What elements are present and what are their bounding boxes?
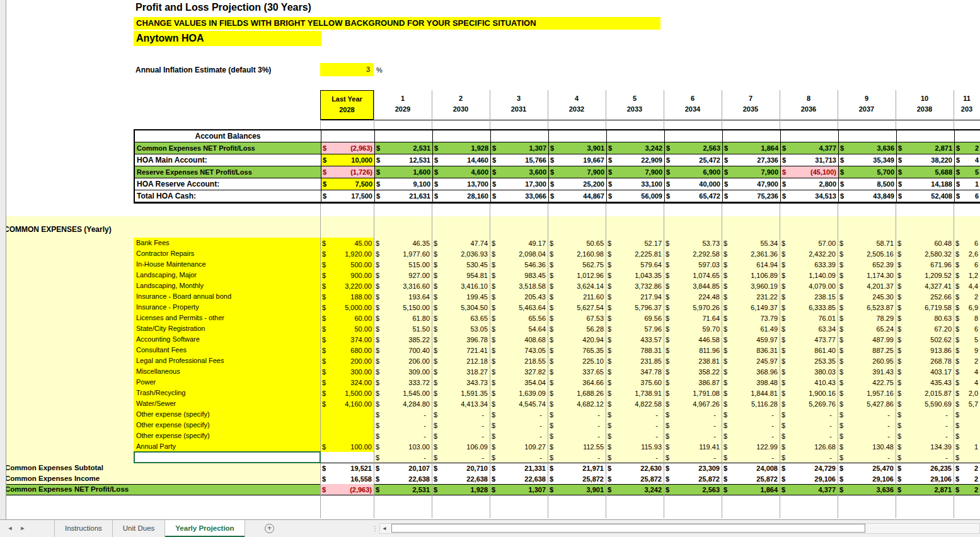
expense-cell[interactable]: $913.86 [896, 345, 954, 355]
expense-cell[interactable]: $3,732.86 [606, 280, 664, 291]
expense-cell[interactable]: $245.30 [838, 291, 896, 302]
expense-cell[interactable]: $- [838, 420, 896, 430]
col-header-lastyear[interactable]: Last Year2028 [320, 90, 374, 120]
summary-label-net[interactable]: Common Expenses NET Profit/Loss [4, 484, 319, 495]
expense-cell[interactable]: $55.34 [722, 238, 780, 248]
account-cell[interactable]: $2,563 [665, 142, 723, 154]
account-cell[interactable] [723, 130, 781, 142]
expense-cell[interactable]: $398.48 [722, 377, 780, 388]
expense-cell[interactable]: $2,098.04 [490, 248, 548, 259]
expense-cell[interactable]: $743.05 [490, 345, 548, 355]
expense-cell[interactable]: $193.64 [374, 291, 432, 302]
expense-cell[interactable]: $52.17 [606, 238, 664, 248]
expense-cell[interactable]: $59.70 [664, 323, 722, 334]
expense-cell[interactable]: $5,304.50 [432, 302, 490, 313]
subtotal-lastyear-cell[interactable]: $19,521 [321, 463, 374, 473]
expense-cell[interactable]: $47.74 [432, 238, 490, 248]
expense-cell[interactable]: $- [432, 409, 490, 420]
account-cell[interactable]: $2,871 [897, 142, 955, 154]
expense-lastyear-cell[interactable]: $374.00 [321, 334, 374, 345]
net-cell[interactable]: $1,928 [432, 484, 490, 495]
net-cell[interactable]: $2,871 [896, 484, 954, 495]
income-cell[interactable]: $22,638 [490, 473, 548, 484]
expense-cell[interactable]: $765.35 [548, 345, 606, 355]
expense-lastyear-cell[interactable]: $500.00 [321, 259, 374, 270]
net-cell-partial[interactable]: $2 [954, 484, 980, 495]
expense-cell[interactable]: $231.85 [606, 355, 664, 366]
expense-lastyear-cell[interactable]: $100.00 [321, 441, 374, 452]
expense-lastyear-cell[interactable]: $45.00 [321, 238, 374, 248]
expense-cell[interactable]: $4,201.37 [838, 280, 896, 291]
account-cell[interactable]: $25,200 [549, 178, 607, 190]
col-header-year[interactable]: 52033 [606, 90, 664, 120]
expense-cell[interactable]: $700.40 [374, 345, 432, 355]
expense-cell[interactable]: $252.66 [896, 291, 954, 302]
account-cell[interactable] [955, 130, 980, 142]
expense-label-cell[interactable]: Miscellaneous [135, 366, 319, 377]
account-cell[interactable]: $6,900 [665, 166, 723, 178]
expense-cell[interactable]: $1,957.16 [838, 388, 896, 398]
expense-cell[interactable]: $- [548, 409, 606, 420]
account-balances-title[interactable]: Account Balances [135, 130, 321, 142]
account-cell[interactable]: $3,242 [607, 142, 665, 154]
expense-cell[interactable]: $420.94 [548, 334, 606, 345]
expense-cell[interactable]: $- [374, 452, 432, 463]
expense-cell-partial[interactable]: $4 [954, 377, 980, 388]
income-cell[interactable]: $25,872 [664, 473, 722, 484]
account-cell[interactable]: $27,336 [723, 154, 781, 166]
expense-cell[interactable]: $861.40 [780, 345, 838, 355]
account-cell[interactable]: $9,100 [375, 178, 433, 190]
expense-cell[interactable]: $130.48 [838, 441, 896, 452]
expense-cell[interactable]: $119.41 [664, 441, 722, 452]
expense-cell[interactable]: $- [722, 430, 780, 441]
expense-cell[interactable]: $- [606, 430, 664, 441]
account-cell[interactable]: $7,900 [723, 166, 781, 178]
expense-cell[interactable]: $380.03 [780, 366, 838, 377]
account-cell[interactable]: $14,188 [897, 178, 955, 190]
expense-cell[interactable]: $368.96 [722, 366, 780, 377]
net-cell[interactable]: $3,901 [548, 484, 606, 495]
expense-cell[interactable]: $435.43 [896, 377, 954, 388]
account-cell[interactable] [491, 130, 549, 142]
sheet-tab-unit-dues[interactable]: Unit Dues [113, 520, 166, 537]
expense-cell[interactable]: $106.09 [432, 441, 490, 452]
expense-cell[interactable]: $6,523.87 [838, 302, 896, 313]
account-row-label[interactable]: HOA Reserve Account: [135, 178, 321, 190]
expense-cell[interactable]: $5,627.54 [548, 302, 606, 313]
expense-cell[interactable]: $- [490, 420, 548, 430]
expense-cell[interactable]: $- [896, 452, 954, 463]
expense-cell-partial[interactable]: $5 [954, 334, 980, 345]
expense-cell[interactable]: $- [780, 430, 838, 441]
expense-cell-partial[interactable]: $2,6 [954, 248, 980, 259]
expense-cell[interactable]: $53.73 [664, 238, 722, 248]
expense-cell[interactable]: $1,043.35 [606, 270, 664, 280]
account-cell[interactable]: $1,307 [491, 142, 549, 154]
expense-lastyear-cell[interactable]: $188.00 [321, 291, 374, 302]
expense-cell[interactable]: $3,316.60 [374, 280, 432, 291]
expense-cell[interactable]: $2,432.20 [780, 248, 838, 259]
expense-cell[interactable]: $69.56 [606, 313, 664, 323]
account-cell[interactable]: $56,009 [607, 190, 665, 202]
expense-cell[interactable]: $671.96 [896, 259, 954, 270]
subtotal-cell-partial[interactable]: $2 [954, 463, 980, 473]
expense-label-cell[interactable]: In-House Maintenance [135, 259, 319, 270]
expense-cell[interactable]: $5,427.86 [838, 398, 896, 409]
subtotal-cell[interactable]: $20,107 [374, 463, 432, 473]
expense-label-cell[interactable]: Insurance - Property [135, 302, 319, 313]
net-cell[interactable]: $3,636 [838, 484, 896, 495]
account-row-label[interactable]: HOA Main Account: [135, 154, 321, 166]
add-sheet-button[interactable]: + [265, 524, 274, 533]
expense-cell[interactable]: $115.93 [606, 441, 664, 452]
expense-label-cell[interactable]: State/City Registration [135, 323, 319, 334]
account-cell[interactable] [839, 130, 897, 142]
expense-lastyear-cell[interactable]: $1,920.00 [321, 248, 374, 259]
expense-cell[interactable]: $954.81 [432, 270, 490, 280]
expense-cell[interactable]: $2,292.58 [664, 248, 722, 259]
expense-cell[interactable]: $225.10 [548, 355, 606, 366]
expense-cell[interactable]: $54.64 [490, 323, 548, 334]
expense-label-cell[interactable]: Landscaping, Monthly [135, 280, 319, 291]
expense-cell[interactable]: $364.66 [548, 377, 606, 388]
income-cell[interactable]: $25,872 [548, 473, 606, 484]
expense-cell[interactable]: $206.00 [374, 355, 432, 366]
expense-label-cell[interactable]: Other expense (specify) [135, 409, 319, 420]
